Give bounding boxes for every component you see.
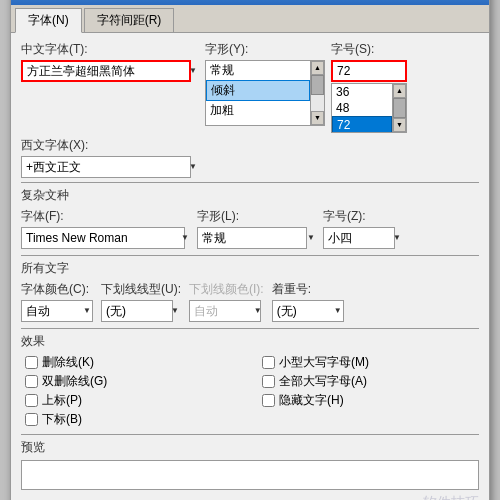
underline-type-label: 下划线线型(U): — [101, 281, 181, 298]
hidden-row: 隐藏文字(H) — [262, 392, 479, 409]
watermark-text: 软件技巧 — [423, 494, 479, 501]
western-font-row: 西文字体(X): +西文正文 ▼ — [21, 137, 479, 178]
scroll-up-icon[interactable]: ▲ — [311, 61, 324, 75]
font-size-input[interactable] — [331, 60, 407, 82]
cs-style-group: 字形(L): 常规 ▼ — [197, 208, 317, 249]
double-strike-row: 双删除线(G) — [25, 373, 242, 390]
tab-bar: 字体(N) 字符间距(R) — [11, 5, 489, 33]
chinese-font-select[interactable]: 方正兰亭超细黑简体 — [21, 60, 191, 82]
all-caps-label: 全部大写字母(A) — [279, 373, 367, 390]
size-item-36[interactable]: 36 — [332, 84, 392, 100]
font-color-group: 字体颜色(C): 自动 ▼ — [21, 281, 93, 322]
underline-color-group: 下划线颜色(I): 自动 ▼ — [189, 281, 264, 322]
subscript-row: 下标(B) — [25, 411, 242, 428]
effects-grid: 删除线(K) 小型大写字母(M) 双删除线(G) 全部大写字母(A) 上标(P) — [21, 354, 479, 428]
top-row: 中文字体(T): 方正兰亭超细黑简体 ▼ 字形(Y): 常规 倾斜 加粗 — [21, 41, 479, 133]
size-scroll-track — [393, 98, 406, 118]
superscript-checkbox[interactable] — [25, 394, 38, 407]
scroll-down-icon[interactable]: ▼ — [311, 111, 324, 125]
underline-type-select-wrapper: (无) ▼ — [101, 300, 181, 322]
font-style-listbox: 常规 倾斜 加粗 — [206, 61, 310, 120]
preview-section: 预览 — [21, 439, 479, 490]
tab-font[interactable]: 字体(N) — [15, 8, 82, 33]
all-chars-title: 所有文字 — [21, 260, 479, 277]
emphasis-select[interactable]: (无) — [272, 300, 344, 322]
chinese-font-group: 中文字体(T): 方正兰亭超细黑简体 ▼ — [21, 41, 199, 82]
cs-size-label: 字号(Z): — [323, 208, 403, 225]
font-dialog: A 字体 ─ □ × 字体(N) 字符间距(R) 中文字体(T): 方正兰 — [10, 0, 490, 500]
size-scroll-down-icon[interactable]: ▼ — [393, 118, 406, 132]
font-color-select[interactable]: 自动 — [21, 300, 93, 322]
title-bar-left: A 字体 — [19, 0, 61, 1]
style-scrollbar[interactable]: ▲ ▼ — [310, 61, 324, 125]
chinese-font-select-wrapper: 方正兰亭超细黑简体 ▼ — [21, 60, 199, 82]
double-strike-label: 双删除线(G) — [42, 373, 107, 390]
subscript-checkbox[interactable] — [25, 413, 38, 426]
small-caps-checkbox[interactable] — [262, 356, 275, 369]
hidden-checkbox[interactable] — [262, 394, 275, 407]
western-font-select-wrapper: +西文正文 ▼ — [21, 156, 199, 178]
all-caps-row: 全部大写字母(A) — [262, 373, 479, 390]
complex-script-row: 字体(F): Times New Roman ▼ 字形(L): 常规 — [21, 208, 479, 249]
font-size-listbox: 36 48 72 — [332, 84, 392, 133]
all-chars-row: 字体颜色(C): 自动 ▼ 下划线线型(U): (无) ▼ — [21, 281, 479, 322]
complex-script-section: 复杂文种 字体(F): Times New Roman ▼ 字形(L): — [21, 187, 479, 249]
western-font-group: 西文字体(X): +西文正文 ▼ — [21, 137, 199, 178]
western-font-label: 西文字体(X): — [21, 137, 199, 154]
cs-style-label: 字形(L): — [197, 208, 317, 225]
font-color-select-wrapper: 自动 ▼ — [21, 300, 93, 322]
cs-size-select[interactable]: 小四 — [323, 227, 395, 249]
preview-title: 预览 — [21, 439, 479, 456]
small-caps-row: 小型大写字母(M) — [262, 354, 479, 371]
underline-color-select-wrapper: 自动 ▼ — [189, 300, 264, 322]
style-item-bold[interactable]: 加粗 — [206, 101, 310, 120]
underline-type-group: 下划线线型(U): (无) ▼ — [101, 281, 181, 322]
size-scrollbar[interactable]: ▲ ▼ — [392, 84, 406, 132]
western-font-select[interactable]: +西文正文 — [21, 156, 191, 178]
effects-title: 效果 — [21, 333, 479, 350]
chinese-font-label: 中文字体(T): — [21, 41, 199, 58]
all-caps-checkbox[interactable] — [262, 375, 275, 388]
complex-script-title: 复杂文种 — [21, 187, 479, 204]
emphasis-label: 着重号: — [272, 281, 344, 298]
tab-spacing[interactable]: 字符间距(R) — [84, 8, 175, 32]
font-size-label: 字号(S): — [331, 41, 411, 58]
style-item-regular[interactable]: 常规 — [206, 61, 310, 80]
emphasis-select-wrapper: (无) ▼ — [272, 300, 344, 322]
double-strike-checkbox[interactable] — [25, 375, 38, 388]
cs-size-select-wrapper: 小四 ▼ — [323, 227, 403, 249]
effects-section: 效果 删除线(K) 小型大写字母(M) 双删除线(G) 全部大写字母(A) — [21, 333, 479, 428]
cs-font-select[interactable]: Times New Roman — [21, 227, 185, 249]
size-scroll-up-icon[interactable]: ▲ — [393, 84, 406, 98]
cs-font-group: 字体(F): Times New Roman ▼ — [21, 208, 191, 249]
cs-style-arrow-icon: ▼ — [307, 233, 315, 242]
size-item-72[interactable]: 72 — [332, 116, 392, 133]
subscript-label: 下标(B) — [42, 411, 82, 428]
all-chars-section: 所有文字 字体颜色(C): 自动 ▼ 下划线线型(U): (无) — [21, 260, 479, 322]
superscript-label: 上标(P) — [42, 392, 82, 409]
scroll-thumb[interactable] — [311, 75, 324, 95]
strikethrough-label: 删除线(K) — [42, 354, 94, 371]
font-size-group: 字号(S): 36 48 72 ▲ ▼ — [331, 41, 411, 133]
hidden-label: 隐藏文字(H) — [279, 392, 344, 409]
underline-color-select[interactable]: 自动 — [189, 300, 261, 322]
strikethrough-row: 删除线(K) — [25, 354, 242, 371]
size-scroll-thumb[interactable] — [393, 98, 406, 118]
superscript-row: 上标(P) — [25, 392, 242, 409]
underline-type-select[interactable]: (无) — [101, 300, 173, 322]
font-color-label: 字体颜色(C): — [21, 281, 93, 298]
size-item-48[interactable]: 48 — [332, 100, 392, 116]
font-style-label: 字形(Y): — [205, 41, 325, 58]
dialog-title: 字体 — [37, 0, 61, 1]
scroll-track — [311, 75, 324, 111]
cs-font-select-wrapper: Times New Roman ▼ — [21, 227, 191, 249]
strikethrough-checkbox[interactable] — [25, 356, 38, 369]
cs-size-group: 字号(Z): 小四 ▼ — [323, 208, 403, 249]
emphasis-group: 着重号: (无) ▼ — [272, 281, 344, 322]
preview-box — [21, 460, 479, 490]
font-style-group: 字形(Y): 常规 倾斜 加粗 ▲ ▼ — [205, 41, 325, 126]
style-item-italic[interactable]: 倾斜 — [206, 80, 310, 101]
cs-style-select[interactable]: 常规 — [197, 227, 307, 249]
tab-content: 中文字体(T): 方正兰亭超细黑简体 ▼ 字形(Y): 常规 倾斜 加粗 — [11, 33, 489, 501]
underline-color-label: 下划线颜色(I): — [189, 281, 264, 298]
